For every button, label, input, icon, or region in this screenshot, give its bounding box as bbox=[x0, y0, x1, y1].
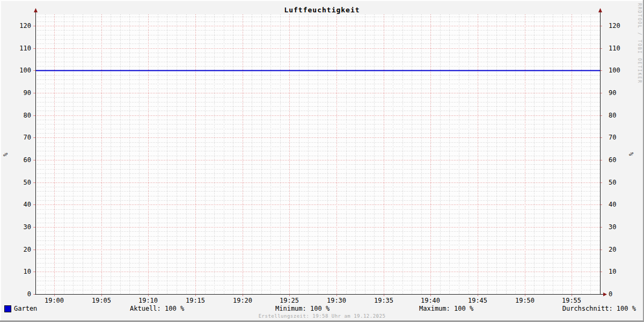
y-tick-label: 50 bbox=[12, 179, 31, 186]
y-tick-label: 100 bbox=[609, 67, 631, 74]
y-tick-label: 40 bbox=[609, 201, 631, 208]
legend: Garten Aktuell: 100 % Minimum: 100 % Max… bbox=[0, 305, 644, 313]
x-tick-label: 19:15 bbox=[179, 297, 211, 304]
x-tick-label: 19:35 bbox=[368, 297, 400, 304]
y-axis-unit-left: % bbox=[2, 151, 10, 158]
y-tick-label: 20 bbox=[12, 246, 31, 253]
series-color-swatch bbox=[4, 305, 11, 312]
x-tick-label: 19:30 bbox=[320, 297, 353, 304]
x-tick-label: 19:20 bbox=[226, 297, 259, 304]
y-tick-label: 30 bbox=[609, 223, 631, 231]
series-name: Garten bbox=[14, 305, 37, 312]
x-tick-label: 19:55 bbox=[555, 297, 588, 304]
y-tick-label: 100 bbox=[12, 67, 31, 74]
y-tick-label: 110 bbox=[12, 45, 31, 52]
y-tick-label: 0 bbox=[12, 290, 31, 298]
rrdtool-humidity-graph: Luftfeuchtigkeit % % RRDTOOL / TOBI OETI… bbox=[0, 0, 644, 322]
y-tick-label: 60 bbox=[12, 156, 31, 164]
x-tick-label: 19:40 bbox=[414, 297, 447, 304]
y-tick-label: 120 bbox=[609, 22, 631, 30]
y-tick-label: 50 bbox=[609, 179, 631, 186]
y-tick-label: 10 bbox=[609, 268, 631, 275]
y-tick-label: 40 bbox=[12, 201, 31, 208]
y-tick-label: 0 bbox=[609, 290, 631, 298]
y-tick-label: 110 bbox=[609, 45, 631, 52]
y-tick-label: 70 bbox=[12, 134, 31, 141]
stat-aktuell: Aktuell: 100 % bbox=[130, 305, 184, 312]
y-tick-label: 80 bbox=[609, 112, 631, 119]
stat-durchschnitt: Durchschnitt: 100 % bbox=[562, 305, 636, 312]
x-tick-label: 19:05 bbox=[85, 297, 118, 304]
x-tick-label: 19:50 bbox=[509, 297, 541, 304]
stat-minimum: Minimum: 100 % bbox=[275, 305, 330, 312]
x-tick-label: 19:10 bbox=[132, 297, 164, 304]
x-tick-label: 19:25 bbox=[273, 297, 305, 304]
y-tick-label: 60 bbox=[609, 156, 631, 164]
y-tick-label: 120 bbox=[12, 22, 31, 30]
x-tick-label: 19:00 bbox=[38, 297, 70, 304]
rrdtool-watermark: RRDTOOL / TOBI OETIKER bbox=[637, 3, 642, 186]
x-tick-label: 19:45 bbox=[462, 297, 494, 304]
y-tick-label: 70 bbox=[609, 134, 631, 141]
y-tick-label: 90 bbox=[609, 89, 631, 97]
y-tick-label: 20 bbox=[609, 246, 631, 253]
y-tick-label: 90 bbox=[12, 89, 31, 97]
plot-area bbox=[0, 0, 644, 322]
stat-maximum: Maximum: 100 % bbox=[419, 305, 473, 312]
y-tick-label: 30 bbox=[12, 223, 31, 231]
creation-timestamp: Erstellungszeit: 19:58 Uhr am 19.12.2025 bbox=[0, 313, 644, 319]
y-tick-label: 10 bbox=[12, 268, 31, 275]
y-tick-label: 80 bbox=[12, 112, 31, 119]
